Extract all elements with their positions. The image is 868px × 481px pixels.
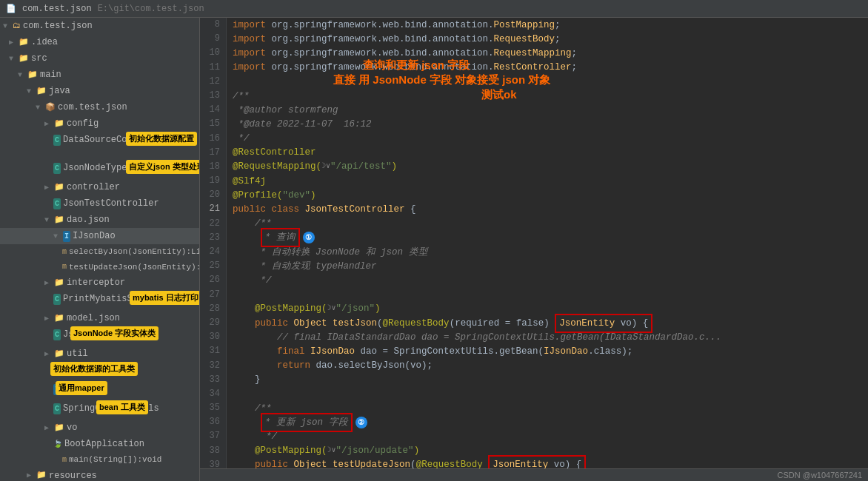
- tree-vo[interactable]: ▶ 📁 vo: [0, 420, 199, 436]
- tree-daojson[interactable]: ▼ 📁 dao.json: [0, 212, 199, 228]
- tree-idea-label: .idea: [31, 36, 58, 49]
- folder-icon: 📁: [19, 36, 29, 49]
- tree-bootapp-label: BootApplication: [64, 437, 144, 451]
- tree-project-label: com.test.json: [23, 19, 93, 33]
- ln-32: 32: [206, 359, 220, 373]
- code-line-14: * @author stormfeng: [233, 103, 862, 117]
- tree-ijsondao[interactable]: ▼ I IJsonDao: [0, 228, 199, 244]
- tree-jsonentity[interactable]: C JsonEntity JsonNode 字段实体类: [0, 326, 199, 343]
- code-line-20: @Profile("dev"): [233, 188, 862, 202]
- code-line-13: /**: [233, 89, 862, 103]
- folder-icon: 📁: [36, 85, 47, 98]
- code-line-27: [233, 288, 862, 302]
- tree-jsontestcontroller[interactable]: C JsonTestController: [0, 195, 199, 212]
- ln-23: 23: [206, 231, 220, 245]
- ln-25: 25: [206, 259, 220, 273]
- class-icon: C: [53, 135, 61, 146]
- arrow-icon: ▼: [3, 21, 10, 32]
- code-line-24: * 自动转换 JsonNode 和 json 类型: [233, 245, 862, 259]
- tree-bootapp[interactable]: 🍃 BootApplication: [0, 436, 199, 452]
- jsonentity-annotation: JsonNode 字段实体类: [70, 326, 158, 340]
- interface-icon: I: [63, 231, 70, 242]
- tree-springcontext[interactable]: C SpringContextUtils bean 工具类: [0, 400, 199, 417]
- arrow-icon: ▼: [9, 53, 16, 64]
- code-line-15: * @date 2022-11-07 16:12: [233, 117, 862, 131]
- tree-printmybatis[interactable]: C PrintMybatisSqlInterceptor mybatis 日志打…: [0, 291, 199, 307]
- ln-31: 31: [206, 344, 220, 358]
- code-line-11: import org.springframework.web.bind.anno…: [233, 61, 862, 75]
- tree-java[interactable]: ▼ 📁 java: [0, 83, 199, 99]
- tree-datasource[interactable]: C DataSourceConfig 初始化数据源配置: [0, 132, 199, 148]
- ln-14: 14: [206, 103, 220, 117]
- ln-19: 19: [206, 174, 220, 188]
- ln-18: 18: [206, 160, 220, 174]
- code-line-22: /**: [233, 217, 862, 231]
- file-tree[interactable]: ▼ 🗂 com.test.json ▶ 📁 .idea ▼ 📁 src ▼ 📁 …: [0, 18, 200, 481]
- ln-11: 11: [206, 61, 220, 75]
- code-line-19: @Slf4j: [233, 174, 862, 188]
- tree-interceptor[interactable]: ▶ 📁 interceptor: [0, 275, 199, 291]
- code-line-39: public Object testUpdateJson( @RequestBo…: [233, 458, 862, 468]
- code-line-36: * 更新 json 字段 ②: [233, 415, 862, 429]
- code-line-30: // final IDataStandardDao dao = SpringCo…: [233, 330, 862, 344]
- code-line-29: public Object testJson( @RequestBody(req…: [233, 316, 862, 330]
- ln-17: 17: [206, 146, 220, 160]
- ln-16: 16: [206, 132, 220, 146]
- ln-9: 9: [206, 32, 220, 46]
- jsonhandler-annotation: 自定义json 类型处理器: [126, 160, 200, 174]
- code-line-23: * 查询 ①: [233, 231, 862, 245]
- circle-1: ①: [303, 232, 315, 243]
- tree-java-label: java: [49, 84, 70, 98]
- tree-selectbyjson[interactable]: m selectByJson(JsonEntity):List<JsonEnti…: [0, 244, 199, 260]
- project-icon: 🗂: [13, 20, 21, 33]
- ln-21: 21: [206, 202, 220, 216]
- main-area: ▼ 🗂 com.test.json ▶ 📁 .idea ▼ 📁 src ▼ 📁 …: [0, 18, 868, 481]
- code-line-8: import org.springframework.web.bind.anno…: [233, 18, 862, 32]
- ln-12: 12: [206, 75, 220, 89]
- status-bar: CSDN @w1047667241: [200, 468, 868, 481]
- tree-resources[interactable]: ▶ 📁 resources: [0, 468, 199, 482]
- code-line-21: public class JsonTestController {: [233, 202, 862, 216]
- tree-testupdatejson[interactable]: m testUpdateJson(JsonEntity):List<Intege…: [0, 260, 199, 275]
- tree-package[interactable]: ▼ 📦 com.test.json: [0, 99, 199, 115]
- tree-src-label: src: [31, 52, 47, 65]
- tree-main-method[interactable]: m main(String[]):void: [0, 452, 199, 468]
- method-icon: m: [62, 261, 67, 272]
- class-icon: C: [53, 329, 61, 340]
- arrow-icon: ▶: [44, 349, 52, 360]
- arrow-icon: ▶: [44, 182, 52, 193]
- tree-mymapper[interactable]: I MyMapper 通用mapper: [0, 381, 199, 397]
- folder-icon: 📁: [54, 348, 64, 360]
- tree-jsonhandler[interactable]: C JsonNodeTypeHandler 自定义json 类型处理器: [0, 160, 199, 176]
- circle-2: ②: [355, 417, 367, 428]
- ln-38: 38: [206, 444, 220, 458]
- tree-ijsondao-label: IJsonDao: [73, 229, 116, 243]
- ln-30: 30: [206, 330, 220, 344]
- folder-icon: 📁: [54, 422, 64, 434]
- class-icon: C: [53, 198, 61, 209]
- tree-root[interactable]: ▼ 🗂 com.test.json: [0, 18, 199, 34]
- ln-26: 26: [206, 273, 220, 287]
- tree-modeljson-label: model.json: [67, 312, 120, 325]
- arrow-icon: ▶: [44, 423, 52, 434]
- tree-util[interactable]: ▶ 📁 util: [0, 346, 199, 362]
- tree-dsutils[interactable]: C DsUtils 初始化数据源的工具类: [0, 362, 199, 378]
- ln-37: 37: [206, 429, 220, 443]
- jsonentity-highlight-2: JsonEntity vo) {: [488, 455, 586, 468]
- ln-10: 10: [206, 46, 220, 60]
- tree-main[interactable]: ▼ 📁 main: [0, 67, 199, 83]
- tree-src[interactable]: ▼ 📁 src: [0, 50, 199, 67]
- ln-28: 28: [206, 302, 220, 316]
- tree-modeljson[interactable]: ▶ 📁 model.json: [0, 310, 199, 326]
- class-icon: C: [53, 403, 61, 414]
- mybatis-annotation: mybatis 日志打印: [130, 291, 200, 305]
- ln-36: 36: [206, 415, 220, 429]
- method-icon: m: [62, 246, 67, 258]
- tree-vo-label: vo: [67, 421, 77, 434]
- arrow-icon: ▶: [44, 313, 52, 324]
- tree-config[interactable]: ▶ 📁 config: [0, 115, 199, 132]
- tree-idea[interactable]: ▶ 📁 .idea: [0, 34, 199, 50]
- tree-testupdatejson-label: testUpdateJson(JsonEntity):List<Integer>: [69, 261, 200, 274]
- code-line-18: @RequestMapping(☽∨"/api/test"): [233, 160, 862, 174]
- tree-controller[interactable]: ▶ 📁 controller: [0, 179, 199, 195]
